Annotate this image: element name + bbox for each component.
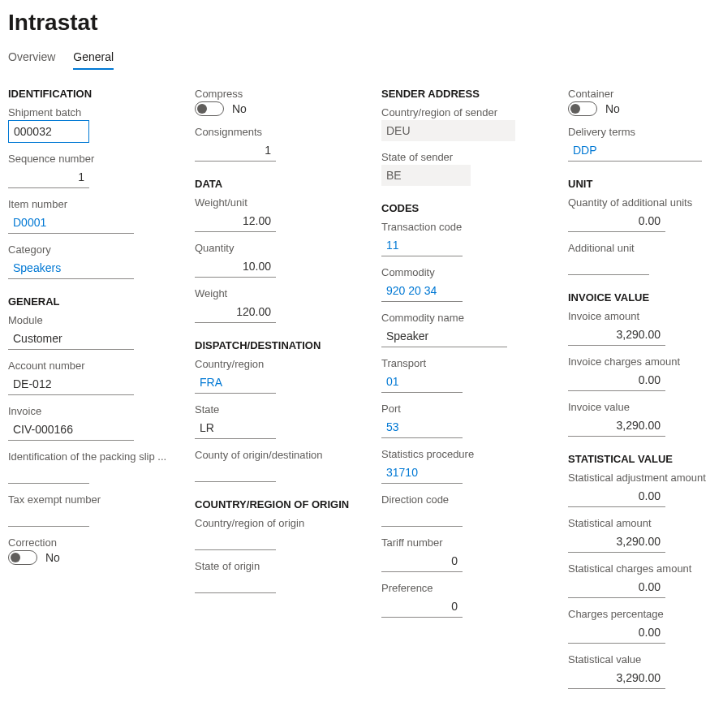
section-header-country-origin: COUNTRY/REGION OF ORIGIN	[195, 498, 357, 510]
state-input[interactable]: LR	[195, 417, 276, 439]
transaction-code-input[interactable]: 11	[381, 235, 463, 256]
sequence-number-input[interactable]: 1	[8, 166, 89, 188]
county-label: County of origin/destination	[195, 449, 357, 461]
commodity-name-input[interactable]: Speaker	[381, 325, 507, 347]
preference-input[interactable]: 0	[381, 596, 463, 618]
invoice-label: Invoice	[8, 405, 170, 417]
packing-slip-input[interactable]	[8, 464, 89, 484]
column-unit-values: Container No Delivery terms DDP UNIT Qua…	[568, 88, 723, 699]
delivery-terms-label: Delivery terms	[568, 126, 723, 138]
invoice-charges-input[interactable]: 0.00	[568, 369, 665, 391]
section-header-dispatch: DISPATCH/DESTINATION	[195, 339, 357, 351]
commodity-input[interactable]: 920 20 34	[381, 280, 463, 302]
tax-exempt-input[interactable]	[8, 507, 89, 527]
preference-label: Preference	[381, 582, 544, 594]
category-label: Category	[8, 243, 170, 256]
compress-toggle[interactable]	[195, 101, 224, 116]
item-number-input[interactable]: D0001	[8, 212, 134, 234]
tariff-label: Tariff number	[381, 536, 544, 549]
tariff-input[interactable]: 0	[381, 550, 463, 572]
invoice-input[interactable]: CIV-000166	[8, 419, 134, 441]
invoice-amount-input[interactable]: 3,290.00	[568, 324, 665, 346]
stat-adj-label: Statistical adjustment amount	[568, 472, 723, 484]
section-header-invoice-value: INVOICE VALUE	[568, 291, 723, 304]
sender-state-label: State of sender	[381, 151, 544, 163]
weight-label: Weight	[195, 287, 357, 299]
sender-country-input: DEU	[381, 120, 515, 141]
commodity-label: Commodity	[381, 266, 544, 278]
weight-unit-label: Weight/unit	[195, 196, 357, 209]
state-origin-label: State of origin	[195, 560, 357, 572]
stat-value-input[interactable]: 3,290.00	[568, 667, 665, 689]
country-origin-input[interactable]	[195, 531, 276, 550]
sequence-number-label: Sequence number	[8, 153, 170, 165]
consignments-input[interactable]: 1	[195, 140, 276, 162]
invoice-value-input[interactable]: 3,290.00	[568, 415, 665, 437]
container-label: Container	[568, 88, 723, 100]
qty-add-units-input[interactable]: 0.00	[568, 210, 665, 232]
packing-slip-label: Identification of the packing slip ...	[8, 450, 170, 463]
direction-code-input[interactable]	[381, 507, 463, 527]
qty-add-units-label: Quantity of additional units	[568, 196, 723, 209]
county-input[interactable]	[195, 463, 276, 482]
commodity-name-label: Commodity name	[381, 312, 544, 324]
tab-overview[interactable]: Overview	[8, 47, 55, 70]
page-title: Intrastat	[8, 10, 715, 36]
sender-country-label: Country/region of sender	[381, 106, 544, 118]
additional-unit-label: Additional unit	[568, 242, 723, 254]
tab-bar: Overview General	[8, 47, 715, 70]
module-input[interactable]: Customer	[8, 328, 134, 350]
section-header-sender: SENDER ADDRESS	[381, 88, 544, 100]
section-header-codes: CODES	[381, 202, 544, 214]
column-data-dispatch: Compress No Consignments 1 DATA Weight/u…	[195, 88, 357, 699]
container-toggle[interactable]	[568, 101, 597, 116]
weight-unit-input[interactable]: 12.00	[195, 210, 276, 232]
additional-unit-input[interactable]	[568, 256, 649, 275]
country-region-input[interactable]: FRA	[195, 372, 276, 394]
module-label: Module	[8, 314, 170, 326]
compress-label: Compress	[195, 88, 357, 100]
item-number-label: Item number	[8, 198, 170, 210]
invoice-value-label: Invoice value	[568, 401, 723, 413]
charges-pct-input[interactable]: 0.00	[568, 622, 665, 644]
consignments-label: Consignments	[195, 126, 357, 138]
account-number-input[interactable]: DE-012	[8, 373, 134, 395]
stat-charges-label: Statistical charges amount	[568, 562, 723, 575]
invoice-amount-label: Invoice amount	[568, 310, 723, 322]
container-toggle-label: No	[605, 102, 620, 115]
quantity-label: Quantity	[195, 242, 357, 254]
quantity-input[interactable]: 10.00	[195, 256, 276, 278]
stat-proc-label: Statistics procedure	[381, 448, 544, 460]
invoice-charges-label: Invoice charges amount	[568, 355, 723, 368]
charges-pct-label: Charges percentage	[568, 608, 723, 620]
section-header-data: DATA	[195, 178, 357, 190]
port-label: Port	[381, 403, 544, 415]
shipment-batch-label: Shipment batch	[8, 106, 170, 118]
compress-toggle-label: No	[232, 102, 247, 115]
state-origin-input[interactable]	[195, 574, 276, 593]
stat-proc-input[interactable]: 31710	[381, 462, 463, 484]
shipment-batch-input[interactable]: 000032	[8, 120, 89, 143]
transport-input[interactable]: 01	[381, 371, 463, 393]
transaction-code-label: Transaction code	[381, 221, 544, 233]
account-number-label: Account number	[8, 360, 170, 372]
category-input[interactable]: Speakers	[8, 257, 134, 279]
section-header-identification: IDENTIFICATION	[8, 88, 170, 100]
column-sender-codes: SENDER ADDRESS Country/region of sender …	[381, 88, 544, 699]
stat-amount-label: Statistical amount	[568, 517, 723, 529]
delivery-terms-input[interactable]: DDP	[568, 140, 702, 162]
correction-toggle[interactable]	[8, 550, 37, 565]
stat-adj-input[interactable]: 0.00	[568, 485, 665, 507]
country-origin-label: Country/region of origin	[195, 517, 357, 529]
stat-amount-input[interactable]: 3,290.00	[568, 531, 665, 553]
weight-input[interactable]: 120.00	[195, 301, 276, 323]
column-identification-general: IDENTIFICATION Shipment batch 000032 Seq…	[8, 88, 170, 699]
state-label: State	[195, 403, 357, 416]
tab-general[interactable]: General	[73, 47, 114, 70]
stat-value-label: Statistical value	[568, 653, 723, 666]
stat-charges-input[interactable]: 0.00	[568, 576, 665, 598]
port-input[interactable]: 53	[381, 416, 463, 438]
sender-state-input: BE	[381, 165, 471, 186]
section-header-unit: UNIT	[568, 178, 723, 190]
correction-toggle-label: No	[45, 551, 60, 564]
